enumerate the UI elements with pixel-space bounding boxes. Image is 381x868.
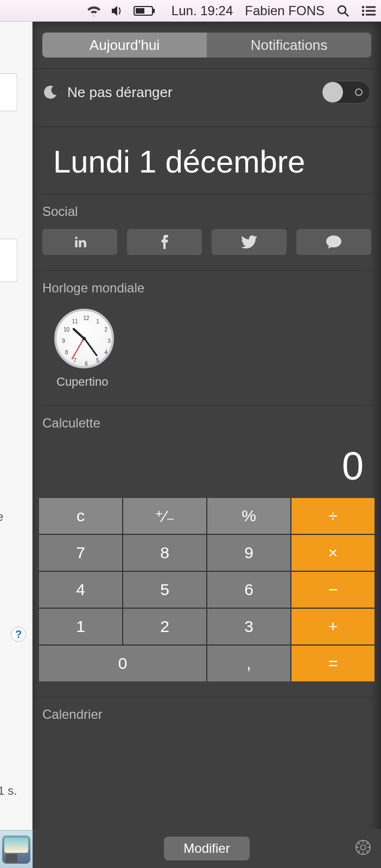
menubar-user[interactable]: Fabien FONS [245, 3, 325, 18]
social-linkedin-button[interactable] [42, 229, 117, 255]
spotlight-icon[interactable] [336, 4, 350, 17]
section-title-calculator: Calculette [33, 406, 381, 438]
svg-point-5 [362, 5, 364, 8]
calculator-display: 0 [39, 441, 374, 498]
svg-line-17 [358, 843, 360, 845]
svg-rect-2 [136, 8, 144, 14]
calc-key-subtract[interactable]: − [291, 572, 374, 608]
social-facebook-button[interactable] [127, 229, 202, 255]
calendar-widget[interactable] [33, 730, 381, 784]
background-window-strip: e ? 1 s. [0, 22, 33, 868]
svg-line-20 [358, 851, 360, 853]
calc-key-decimal[interactable]: , [207, 646, 290, 681]
calc-key-7[interactable]: 7 [39, 535, 122, 571]
calc-key-equals[interactable]: = [291, 646, 374, 681]
svg-point-9 [362, 13, 364, 15]
calc-key-2[interactable]: 2 [123, 609, 206, 644]
calc-key-1[interactable]: 1 [39, 609, 122, 644]
calc-key-8[interactable]: 8 [123, 535, 206, 571]
date-heading: Lundi 1 décembre [33, 127, 381, 194]
notification-center-icon[interactable] [361, 5, 376, 16]
dnd-toggle[interactable] [321, 81, 370, 104]
gear-icon[interactable] [355, 839, 371, 858]
calculator-keypad: c ⁺∕₋ % ÷ 7 8 9 × 4 5 6 − 1 2 3 + 0 , = [39, 498, 374, 681]
volume-icon[interactable] [111, 5, 124, 16]
calculator-widget: 0 c ⁺∕₋ % ÷ 7 8 9 × 4 5 6 − 1 2 3 + 0 , … [33, 438, 381, 697]
menubar-clock[interactable]: Lun. 19:24 [172, 3, 233, 18]
calc-key-0[interactable]: 0 [39, 646, 206, 681]
analog-clock: 123456789101112 [54, 309, 114, 368]
svg-rect-1 [153, 9, 155, 13]
dock-app-photos[interactable] [2, 835, 30, 864]
battery-icon[interactable] [134, 6, 155, 16]
panel-footer: Modifier [33, 829, 381, 868]
tab-segmented-control: Aujourd'hui Notifications [42, 33, 371, 58]
calc-key-clear[interactable]: c [39, 498, 122, 534]
background-peek [0, 73, 17, 111]
do-not-disturb-row: Ne pas déranger [33, 69, 381, 116]
notification-center-panel: Aujourd'hui Notifications Ne pas dérange… [33, 22, 381, 868]
calc-key-6[interactable]: 6 [207, 572, 290, 608]
calc-key-add[interactable]: + [291, 609, 374, 644]
wifi-icon[interactable] [87, 5, 101, 16]
svg-rect-8 [366, 10, 376, 11]
section-title-calendar: Calendrier [33, 697, 381, 730]
calc-key-percent[interactable]: % [207, 498, 290, 534]
calc-key-4[interactable]: 4 [39, 572, 122, 608]
calc-key-plusminus[interactable]: ⁺∕₋ [123, 498, 206, 534]
calc-key-divide[interactable]: ÷ [291, 498, 374, 534]
tab-today[interactable]: Aujourd'hui [42, 33, 207, 58]
svg-rect-10 [366, 14, 376, 15]
calc-key-9[interactable]: 9 [207, 535, 290, 571]
social-messages-button[interactable] [296, 229, 371, 255]
calc-key-5[interactable]: 5 [123, 572, 206, 608]
section-title-worldclock: Horloge mondiale [33, 271, 381, 303]
calc-key-3[interactable]: 3 [207, 609, 290, 644]
svg-point-3 [338, 6, 346, 14]
svg-point-7 [362, 9, 364, 11]
moon-icon [43, 85, 59, 99]
tab-notifications[interactable]: Notifications [207, 33, 371, 58]
background-peek [0, 239, 17, 282]
dnd-label: Ne pas déranger [67, 84, 313, 101]
social-row [33, 227, 381, 270]
section-title-social: Social [33, 194, 381, 227]
svg-line-4 [345, 12, 348, 16]
menubar: Lun. 19:24 Fabien FONS [0, 0, 381, 22]
world-clock-widget[interactable]: 123456789101112 Cupertino [33, 303, 381, 405]
svg-line-19 [366, 843, 369, 845]
clock-city-label: Cupertino [54, 375, 381, 389]
calc-key-multiply[interactable]: × [291, 535, 374, 571]
edit-button[interactable]: Modifier [164, 837, 249, 860]
dock [0, 830, 33, 868]
svg-line-18 [366, 851, 369, 853]
svg-rect-6 [366, 6, 376, 8]
svg-point-12 [361, 845, 366, 850]
social-twitter-button[interactable] [212, 229, 287, 255]
background-text: e [0, 510, 3, 524]
background-text: 1 s. [0, 784, 17, 798]
help-icon[interactable]: ? [11, 627, 26, 642]
